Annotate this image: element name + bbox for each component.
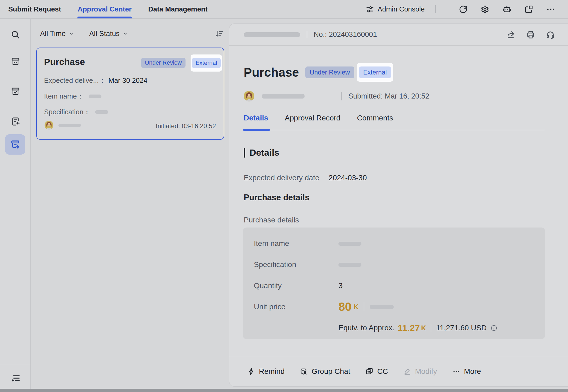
redacted-text-placeholder — [95, 110, 108, 114]
details-section-header: Details — [244, 147, 545, 158]
unit-price-unit: K — [353, 303, 358, 311]
quantity-value: 3 — [338, 281, 343, 290]
box-label: Quantity — [254, 281, 338, 290]
printer-icon[interactable] — [526, 30, 535, 40]
field-label: Specification： — [44, 107, 90, 117]
top-navigation-bar: Submit Request Approval Center Data Mana… — [0, 0, 568, 19]
nav-tab-data-management[interactable]: Data Management — [148, 0, 208, 18]
section-marker-bar — [244, 148, 245, 158]
header-icon-group — [506, 30, 555, 40]
detail-body: Purchase Under Review External — [229, 46, 568, 356]
box-label: Unit price — [254, 303, 338, 311]
initiator-avatar — [45, 121, 53, 130]
equiv-prefix: Equiv. to Approx. — [338, 324, 395, 332]
more-ellipsis-icon[interactable] — [546, 4, 556, 14]
active-tab-underline — [243, 129, 270, 131]
detail-header: No.: 202403160001 — [229, 24, 568, 46]
share-arrow-icon[interactable] — [506, 30, 516, 40]
equivalent-amount-row: Equiv. to Approx. 11.27 K 11,271.60 USD — [338, 322, 545, 334]
nav-tab-label: Data Management — [148, 5, 208, 13]
received-doc-arrow-in-icon[interactable] — [0, 116, 31, 127]
value-divider — [364, 302, 364, 311]
status-badge-under-review: Under Review — [141, 58, 186, 68]
action-label: CC — [377, 367, 388, 376]
external-badge-spotlight: External — [191, 54, 222, 72]
refresh-icon[interactable] — [458, 4, 468, 14]
approval-card[interactable]: Purchase Under Review External Expected … — [36, 48, 224, 140]
nav-tab-label: Approval Center — [78, 5, 132, 13]
equiv-amount: 11.27 — [398, 323, 420, 333]
approval-detail-panel: No.: 202403160001 — [229, 23, 568, 387]
chevron-down-icon — [122, 31, 128, 37]
redacted-value-placeholder — [338, 263, 361, 267]
collapse-list-icon[interactable] — [0, 373, 31, 383]
purchase-details-label: Purchase details — [244, 216, 545, 224]
time-filter-dropdown[interactable]: All Time — [40, 30, 74, 38]
info-circle-icon[interactable] — [490, 324, 498, 332]
submitter-row: Submitted: Mar 16, 20:52 — [244, 91, 545, 101]
topbar-right-controls: Admin Console — [365, 4, 556, 14]
tune-sliders-icon — [365, 5, 374, 14]
action-bar: Remind Group Chat — [229, 356, 568, 386]
field-label: Expected delive...： — [44, 76, 106, 85]
nav-tabs: Submit Request Approval Center Data Mana… — [8, 0, 224, 18]
external-badge-spotlight: External — [357, 63, 393, 82]
approved-box-check-icon[interactable] — [0, 87, 31, 97]
search-icon[interactable] — [0, 30, 31, 40]
rail-divider — [0, 364, 31, 364]
nav-tab-approval-center[interactable]: Approval Center — [77, 0, 132, 18]
group-chat-button[interactable]: Group Chat — [299, 367, 350, 376]
card-title: Purchase — [44, 57, 85, 67]
pencil-edit-icon — [403, 367, 412, 376]
screen-share-window-icon[interactable] — [524, 4, 534, 14]
action-label: Group Chat — [311, 367, 350, 376]
initiated-box-arrow-out-item[interactable] — [5, 134, 25, 155]
action-label: Remind — [259, 367, 285, 376]
admin-console-button[interactable]: Admin Console — [365, 5, 425, 14]
nav-tab-submit-request[interactable]: Submit Request — [8, 0, 61, 18]
more-button[interactable]: More — [452, 367, 481, 376]
redacted-approval-name-placeholder — [244, 32, 300, 37]
cc-button[interactable]: CC — [365, 367, 388, 376]
tab-comments[interactable]: Comments — [357, 114, 393, 130]
field-value: Mar 30 2024 — [108, 76, 147, 85]
card-field-row: Expected delive...： Mar 30 2024 — [44, 76, 147, 85]
detail-title: Purchase — [244, 65, 299, 80]
settings-gear-icon[interactable] — [480, 4, 490, 14]
tab-label: Details — [244, 114, 268, 122]
chevron-down-icon — [68, 31, 74, 37]
submitter-avatar — [244, 91, 254, 101]
tab-approval-record[interactable]: Approval Record — [285, 114, 341, 130]
lightning-icon — [247, 367, 255, 376]
box-label: Specification — [254, 260, 338, 269]
redacted-currency-placeholder — [370, 305, 394, 309]
robot-icon[interactable] — [502, 4, 512, 14]
external-badge: External — [359, 66, 391, 78]
section-title: Details — [250, 147, 279, 158]
approval-number: No.: 202403160001 — [314, 30, 377, 39]
status-badge-under-review: Under Review — [305, 66, 354, 78]
unit-price-amount: 80 — [338, 300, 352, 313]
redacted-value-placeholder — [338, 242, 361, 246]
field-value: 2024-03-30 — [329, 172, 367, 184]
inbox-pending-box-icon[interactable] — [0, 57, 31, 67]
sort-descending-icon[interactable] — [214, 29, 224, 38]
remind-button[interactable]: Remind — [247, 367, 285, 376]
delivery-date-field: Expected delivery date 2024-03-30 — [244, 172, 545, 184]
headset-support-icon[interactable] — [546, 30, 555, 40]
card-field-row: Specification： — [44, 107, 108, 117]
redacted-submitter-name-placeholder — [262, 94, 305, 99]
external-badge: External — [192, 58, 221, 68]
filter-row: All Time All Status — [40, 29, 224, 38]
unit-price-value: 80 K — [338, 300, 394, 313]
modify-button[interactable]: Modify — [403, 367, 437, 376]
left-icon-rail — [0, 19, 31, 392]
box-row-item-name: Item name — [254, 237, 545, 250]
topbar-divider — [435, 5, 436, 13]
detail-title-row: Purchase Under Review External — [244, 63, 545, 82]
box-row-unit-price: Unit price 80 K — [254, 301, 545, 313]
status-filter-dropdown[interactable]: All Status — [89, 30, 128, 38]
tab-details[interactable]: Details — [244, 114, 268, 130]
action-label: More — [464, 367, 481, 376]
equiv-usd: 11,271.60 USD — [436, 324, 487, 332]
